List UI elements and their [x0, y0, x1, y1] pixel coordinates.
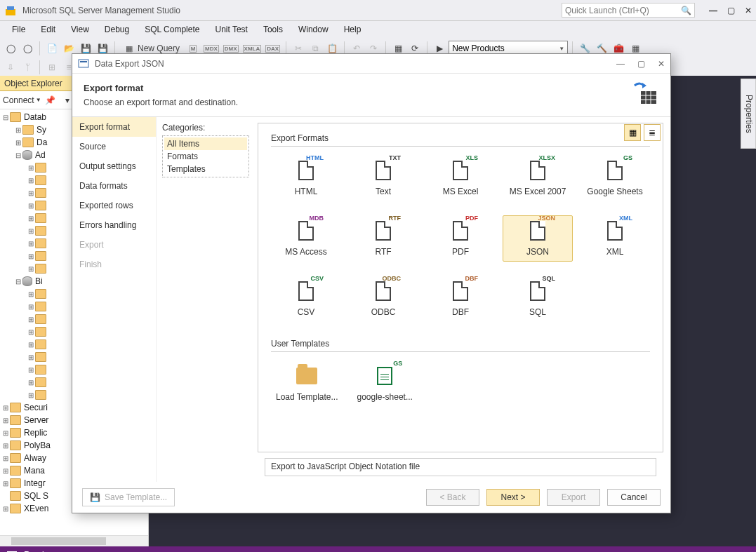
expand-icon[interactable]: ⊞	[27, 240, 35, 248]
expand-icon[interactable]: ⊟	[14, 278, 22, 285]
wizard-step[interactable]: Data formats	[72, 176, 156, 196]
format-description: Export to JavaScript Object Notation fil…	[265, 458, 656, 476]
format-item-dbf[interactable]: DBFDBF	[425, 276, 496, 322]
expand-icon[interactable]: ⊞	[27, 379, 35, 386]
maximize-button[interactable]: ▢	[727, 6, 735, 15]
format-item-html[interactable]: HTMLHTML	[271, 155, 341, 201]
database-icon	[22, 276, 32, 286]
tree-button-3[interactable]: ⊞	[44, 60, 60, 75]
menu-window[interactable]: Window	[291, 22, 336, 36]
expand-icon[interactable]: ⊞	[27, 354, 35, 361]
menu-help[interactable]: Help	[336, 22, 369, 36]
nav-back-button[interactable]: ◯	[3, 41, 18, 56]
connect-label[interactable]: Connect	[3, 95, 34, 105]
format-item-xls[interactable]: XLSMS Excel	[425, 155, 496, 201]
expand-icon[interactable]: ⊞	[27, 366, 35, 374]
menu-file[interactable]: File	[4, 22, 33, 36]
view-list-button[interactable]: ≣	[644, 124, 661, 141]
wizard-step[interactable]: Output settings	[72, 156, 156, 176]
format-item-pdf[interactable]: PDFPDF	[425, 215, 496, 262]
expand-icon[interactable]: ⊞	[27, 290, 35, 298]
menu-unittest[interactable]: Unit Test	[207, 22, 255, 36]
category-item[interactable]: Formats	[164, 150, 247, 163]
format-item-odbc[interactable]: ODBCODBC	[348, 276, 418, 322]
format-item-sql[interactable]: SQLSQL	[503, 276, 573, 322]
category-item[interactable]: All Items	[164, 137, 247, 150]
export-button[interactable]: Export	[547, 489, 600, 506]
view-icons-button[interactable]: ▦	[624, 124, 641, 141]
close-button[interactable]: ✕	[745, 6, 752, 15]
format-item-rtf[interactable]: RTFRTF	[348, 215, 418, 262]
expand-icon[interactable]: ⊞	[1, 480, 10, 487]
dialog-minimize-button[interactable]: —	[616, 59, 625, 69]
expand-icon[interactable]: ⊞	[27, 164, 35, 172]
back-button[interactable]: < Back	[426, 489, 479, 506]
expand-icon[interactable]: ⊞	[27, 253, 35, 260]
horizontal-scrollbar[interactable]	[0, 535, 148, 546]
menu-sqlcomplete[interactable]: SQL Complete	[137, 22, 207, 36]
format-name: HTML	[295, 187, 318, 196]
dialog-maximize-button[interactable]: ▢	[637, 59, 645, 69]
expand-icon[interactable]: ⊞	[14, 126, 22, 134]
wizard-step[interactable]: Source	[72, 137, 156, 156]
expand-icon[interactable]: ⊞	[27, 227, 35, 235]
expand-icon[interactable]: ⊞	[27, 215, 35, 222]
expand-icon[interactable]: ⊞	[14, 139, 22, 147]
expand-icon[interactable]: ⊞	[27, 265, 35, 273]
expand-icon[interactable]: ⊞	[1, 467, 10, 475]
menu-tools[interactable]: Tools	[256, 22, 291, 36]
expand-icon[interactable]: ⊞	[1, 442, 10, 450]
svg-rect-3	[80, 61, 87, 62]
format-item-txt[interactable]: TXTText	[348, 155, 418, 201]
expand-icon[interactable]: ⊞	[27, 391, 35, 399]
tree-button-2[interactable]: ᛘ	[20, 60, 35, 75]
expand-icon[interactable]: ⊞	[27, 202, 35, 210]
tree-button-1[interactable]: ⇩	[3, 60, 18, 75]
expand-icon[interactable]: ⊞	[27, 189, 35, 197]
menu-edit[interactable]: Edit	[33, 22, 63, 36]
template-item[interactable]: GSgoogle-sheet...	[350, 361, 420, 407]
cancel-button[interactable]: Cancel	[607, 489, 661, 506]
menu-debug[interactable]: Debug	[97, 22, 137, 36]
format-item-mdb[interactable]: MDBMS Access	[271, 215, 341, 262]
format-name: RTF	[375, 247, 391, 257]
format-item-json[interactable]: JSONJSON	[503, 215, 573, 262]
quick-launch-input[interactable]: Quick Launch (Ctrl+Q) 🔍	[562, 3, 695, 18]
format-item-xlsx[interactable]: XLSXMS Excel 2007	[503, 155, 573, 201]
oe-pin-icon[interactable]: 📌	[43, 93, 58, 108]
wizard-step[interactable]: Errors handling	[72, 215, 156, 235]
expand-icon[interactable]: ⊟	[14, 152, 22, 159]
expand-icon[interactable]: ⊞	[27, 177, 35, 184]
format-item-csv[interactable]: CSVCSV	[271, 276, 341, 322]
category-item[interactable]: Templates	[164, 163, 247, 175]
save-template-button[interactable]: 💾 Save Template...	[82, 488, 175, 506]
folder-icon	[35, 302, 46, 311]
expand-icon[interactable]: ⊞	[27, 328, 35, 336]
new-item-button[interactable]: 📄	[44, 41, 60, 56]
wizard-step[interactable]: Exported rows	[72, 196, 156, 215]
expand-icon[interactable]: ⊞	[1, 404, 10, 412]
expand-icon[interactable]: ⊞	[27, 316, 35, 323]
properties-tab[interactable]: Properties	[741, 79, 756, 149]
nav-forward-button[interactable]: ◯	[20, 41, 35, 56]
format-item-xml[interactable]: XMLXML	[580, 215, 650, 262]
folder-icon	[35, 365, 46, 375]
wizard-step[interactable]: Export format	[72, 117, 156, 137]
menu-view[interactable]: View	[63, 22, 97, 36]
expand-icon[interactable]: ⊞	[27, 341, 35, 349]
expand-icon[interactable]: ⊞	[1, 505, 10, 513]
format-item-gs[interactable]: GSGoogle Sheets	[580, 155, 650, 201]
next-button[interactable]: Next >	[486, 489, 540, 506]
expand-icon[interactable]: ⊞	[27, 303, 35, 311]
expand-icon[interactable]: ⊟	[1, 114, 10, 121]
folder-icon	[35, 352, 46, 362]
minimize-button[interactable]: —	[709, 6, 717, 15]
expand-icon[interactable]: ⊞	[1, 429, 10, 437]
dialog-close-button[interactable]: ✕	[658, 59, 665, 69]
dialog-header-title: Export format	[84, 83, 238, 93]
file-icon: DBF	[450, 281, 471, 302]
folder-icon	[10, 478, 21, 488]
expand-icon[interactable]: ⊞	[1, 455, 10, 462]
template-item[interactable]: Load Template...	[271, 361, 343, 407]
expand-icon[interactable]: ⊞	[1, 417, 10, 424]
